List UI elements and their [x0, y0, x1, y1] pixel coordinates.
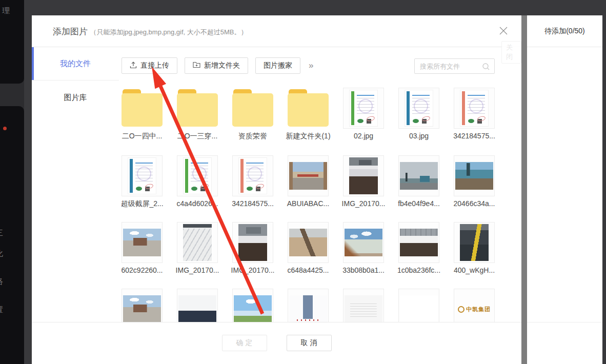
notification-dot	[3, 127, 7, 130]
image-tile[interactable]	[343, 289, 384, 322]
sidebar-item-fragment[interactable]: 络	[0, 277, 3, 287]
item-label: IMG_20170...	[176, 266, 219, 274]
pending-panel: 待添加(0/50)	[527, 15, 602, 364]
item-label: 二O一四中...	[122, 132, 163, 141]
image-tile[interactable]: 1c0ba236fc...	[398, 222, 439, 263]
folder-tile[interactable]: 二O一四中...	[122, 88, 163, 129]
folder-tile[interactable]: 新建文件夹(1)	[288, 88, 329, 129]
direct-upload-button[interactable]: 直接上传	[122, 57, 177, 74]
image-tile[interactable]: 342184575...	[454, 88, 495, 129]
new-folder-button[interactable]: 新增文件夹	[185, 57, 248, 74]
search-icon[interactable]	[482, 63, 490, 73]
sidebar-panel-bottom: 三 化 络 置	[0, 106, 24, 364]
cancel-button[interactable]: 取 消	[287, 335, 332, 351]
image-tile[interactable]: IMG_20170...	[343, 155, 384, 196]
dialog-header: 添加图片 （只能添加jpg,jpeg,bmp,png,gif, 大小不超过5MB…	[32, 15, 521, 47]
image-tile[interactable]: 02.jpg	[343, 88, 384, 129]
image-tile[interactable]: 超级截屏_2...	[122, 155, 163, 196]
sidebar-item-fragment[interactable]: 三	[0, 228, 3, 238]
item-label: 资质荣誉	[238, 132, 267, 141]
image-tile[interactable]: IMG_20170...	[177, 222, 218, 263]
image-tile[interactable]	[288, 289, 329, 322]
image-tile[interactable]: 400_wKgH...	[454, 222, 495, 263]
item-label: 1c0ba236fc...	[397, 266, 440, 274]
item-label: 33b08b0a1...	[342, 266, 385, 274]
direct-upload-label: 直接上传	[140, 61, 169, 70]
item-label: IMG_20170...	[231, 266, 275, 274]
search-box	[414, 58, 495, 74]
item-label: 20466c34a...	[454, 199, 495, 208]
item-label: 602c92260...	[122, 266, 163, 274]
screen: 理 三 化 络 置 添加图片 （只能添加jpg,jpeg,bmp,png,gif…	[0, 0, 606, 364]
app-sidebar: 理 三 化 络 置	[0, 0, 24, 364]
item-label: 03.jpg	[409, 132, 429, 140]
image-tile[interactable]	[122, 289, 163, 322]
image-tile[interactable]: 中凯集团	[454, 289, 495, 322]
image-tile[interactable]	[398, 289, 439, 322]
tab-my-files[interactable]: 我的文件	[32, 47, 119, 80]
image-tile[interactable]: 342184575...	[232, 155, 273, 196]
new-folder-label: 新增文件夹	[204, 61, 240, 70]
image-tile[interactable]: fb4e04f9e4...	[398, 155, 439, 196]
move-images-label: 图片搬家	[264, 61, 292, 70]
tab-image-library-label: 图片库	[64, 93, 87, 103]
more-tools-chevron-icon[interactable]: »	[309, 60, 312, 71]
folder-tile[interactable]: 二O一三穿...	[177, 88, 218, 129]
item-label: 新建文件夹(1)	[286, 132, 330, 141]
move-images-button[interactable]: 图片搬家	[255, 57, 300, 74]
image-tile[interactable]	[177, 289, 218, 322]
item-label: 二O一三穿...	[177, 132, 218, 141]
pending-panel-title: 待添加(0/50)	[527, 15, 602, 47]
tab-image-library[interactable]: 图片库	[32, 81, 119, 114]
image-tile[interactable]: 03.jpg	[398, 88, 439, 129]
dialog-title-hint: （只能添加jpg,jpeg,bmp,png,gif, 大小不超过5MB。）	[90, 28, 247, 36]
item-label: 超级截屏_2...	[122, 199, 164, 209]
image-tile[interactable]: c648a4425...	[288, 222, 329, 263]
add-image-dialog: 添加图片 （只能添加jpg,jpeg,bmp,png,gif, 大小不超过5MB…	[32, 15, 521, 364]
toolbar: 直接上传 新增文件夹 图片搬家 »	[122, 57, 312, 74]
image-tile[interactable]: ABUIABAC...	[288, 155, 329, 196]
file-grid: 二O一四中...二O一三穿...资质荣誉新建文件夹(1) 02.jpg 03.j…	[122, 88, 514, 322]
image-tile[interactable]: c4a4d6026...	[177, 155, 218, 196]
item-label: c648a4425...	[288, 266, 329, 274]
sidebar-panel-top: 理	[0, 0, 24, 84]
close-tooltip: 关闭	[501, 41, 521, 64]
sidebar-item-fragment[interactable]: 化	[0, 249, 3, 258]
item-label: 342184575...	[232, 199, 274, 208]
item-label: fb4e04f9e4...	[398, 199, 440, 208]
image-tile[interactable]: 20466c34a...	[454, 155, 495, 196]
sidebar-item-fragment[interactable]: 理	[2, 6, 10, 16]
item-label: 342184575...	[453, 132, 495, 140]
upload-icon	[130, 62, 137, 70]
confirm-button[interactable]: 确 定	[222, 335, 267, 351]
item-label: IMG_20170...	[342, 199, 386, 208]
image-tile[interactable]	[232, 289, 273, 322]
image-tile[interactable]: IMG_20170...	[232, 222, 273, 263]
folder-tile[interactable]: 资质荣誉	[232, 88, 273, 129]
item-label: c4a4d6026...	[177, 199, 218, 208]
item-label: ABUIABAC...	[287, 199, 329, 208]
sidebar-item-fragment[interactable]: 置	[0, 305, 3, 315]
image-tile[interactable]: 33b08b0a1...	[343, 222, 384, 263]
dialog-footer: 确 定 取 消	[32, 322, 521, 364]
close-icon[interactable]	[499, 26, 508, 35]
tab-my-files-label: 我的文件	[60, 59, 91, 69]
zhongkai-logo-icon	[458, 306, 464, 313]
scrollbar[interactable]	[521, 15, 527, 364]
item-label: 02.jpg	[354, 132, 373, 140]
pending-panel-divider	[527, 322, 602, 322]
new-folder-icon	[193, 62, 200, 70]
image-tile[interactable]: 602c92260...	[122, 222, 163, 263]
dialog-title: 添加图片	[53, 27, 88, 36]
item-label: 400_wKgH...	[454, 266, 495, 274]
